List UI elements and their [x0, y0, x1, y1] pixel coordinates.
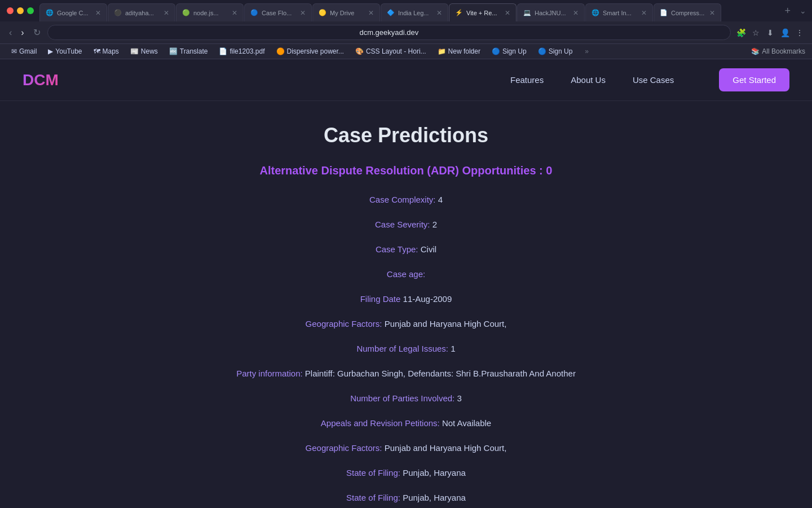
tab-overflow-button[interactable]: ⌄	[796, 6, 810, 15]
tab-indialeg[interactable]: 🔷 India Leg... ✕	[381, 3, 448, 21]
field-value-appeals: Not Available	[442, 418, 491, 428]
tabs-container: 🌐 Google C... ✕ ⚫ adityaha... ✕ 🟢 node.j…	[39, 0, 779, 21]
tab-smartinc[interactable]: 🌐 Smart In... ✕	[585, 3, 653, 21]
get-started-button[interactable]: Get Started	[719, 68, 789, 91]
menu-icon[interactable]: ⋮	[794, 27, 805, 38]
bookmark-gmail[interactable]: ✉ Gmail	[7, 46, 41, 56]
nav-features[interactable]: Features	[510, 75, 544, 85]
bookmark-label: New folder	[448, 47, 480, 55]
tab-caseflow[interactable]: 🔵 Case Flo... ✕	[244, 3, 312, 21]
bookmark-newfolder[interactable]: 📁 New folder	[433, 46, 485, 56]
tab-title: Compress...	[671, 10, 706, 16]
bookmark-label: Dispersive power...	[287, 47, 344, 55]
tab-hackjnu[interactable]: 💻 HackJNU... ✕	[517, 3, 585, 21]
field-label: State of Filing:	[346, 493, 400, 502]
tab-close-icon[interactable]: ✕	[436, 9, 442, 17]
forward-button[interactable]: ›	[19, 25, 26, 40]
address-input[interactable]	[47, 25, 731, 40]
bookmark-signup2[interactable]: 🔵 Sign Up	[533, 46, 577, 56]
nav-usecases[interactable]: Use Cases	[633, 75, 674, 85]
minimize-button[interactable]	[17, 7, 24, 14]
tab-vite[interactable]: ⚡ Vite + Re... ✕	[449, 3, 517, 21]
field-label: Number of Legal Issues:	[356, 344, 448, 353]
bookmark-translate[interactable]: 🔤 Translate	[165, 46, 213, 56]
tab-close-icon[interactable]: ✕	[709, 9, 715, 17]
bookmark-news[interactable]: 📰 News	[126, 46, 162, 56]
field-label: Case Type:	[376, 244, 418, 254]
field-label: Case age:	[387, 269, 425, 279]
bookmark-label: Sign Up	[549, 47, 573, 55]
youtube-icon: ▶	[48, 47, 53, 55]
tab-close-icon[interactable]: ✕	[164, 9, 169, 17]
extensions-icon[interactable]: 🧩	[735, 27, 747, 38]
tab-favicon: 🔷	[387, 9, 395, 17]
bookmark-signup1[interactable]: 🔵 Sign Up	[487, 46, 531, 56]
tab-title: adityaha...	[125, 10, 160, 16]
traffic-lights	[2, 7, 38, 14]
field-geo2: Geographic Factors: Punjab and Haryana H…	[164, 441, 648, 455]
field-label: Appeals and Revision Petitions:	[321, 418, 440, 428]
site-logo: DCM	[23, 71, 59, 89]
field-type: Case Type: Civil	[164, 243, 648, 256]
profile-icon[interactable]: 👤	[779, 27, 791, 38]
tab-google[interactable]: 🌐 Google C... ✕	[39, 3, 107, 21]
site-nav: DCM Features About Us Use Cases Get Star…	[0, 59, 812, 101]
dispersive-icon: 🟠	[276, 47, 285, 55]
tab-close-icon[interactable]: ✕	[641, 9, 647, 17]
tab-close-icon[interactable]: ✕	[573, 9, 579, 17]
site-nav-links: Features About Us Use Cases	[510, 75, 674, 85]
tab-title: HackJNU...	[535, 10, 570, 16]
tab-favicon: ⚡	[455, 9, 463, 17]
field-label: Case Severity:	[375, 220, 430, 229]
download-icon[interactable]: ⬇	[765, 27, 776, 38]
field-legal-issues1: Number of Legal Issues: 1	[164, 342, 648, 356]
bookmark-dispersive[interactable]: 🟠 Dispersive power...	[272, 46, 348, 56]
close-button[interactable]	[7, 7, 14, 14]
star-icon[interactable]: ☆	[750, 27, 761, 38]
field-value: 4	[438, 195, 443, 204]
field-severity: Case Severity: 2	[164, 218, 648, 231]
field-value-state2: Punjab, Haryana	[403, 493, 466, 502]
tab-title: My Drive	[330, 10, 365, 16]
bookmark-label: CSS Layout - Hori...	[366, 47, 426, 55]
adr-heading: Alternative Dispute Resolution (ADR) Opp…	[164, 164, 648, 177]
bookmark-label: News	[141, 47, 158, 55]
all-bookmarks[interactable]: 📚 All Bookmarks	[751, 47, 805, 55]
bookmarks-bar: ✉ Gmail ▶ YouTube 🗺 Maps 📰 News 🔤 Transl…	[0, 44, 812, 59]
field-state2: State of Filing: Punjab, Haryana	[164, 491, 648, 505]
bookmark-file1203[interactable]: 📄 file1203.pdf	[214, 46, 269, 56]
tab-close-icon[interactable]: ✕	[368, 9, 374, 17]
field-age: Case age:	[164, 268, 648, 281]
address-bar-row: ‹ › ↻ 🧩 ☆ ⬇ 👤 ⋮	[0, 21, 812, 44]
tab-compress[interactable]: 📄 Compress... ✕	[654, 3, 721, 21]
field-filing-date: Filing Date 11-Aug-2009	[164, 292, 648, 306]
maximize-button[interactable]	[27, 7, 34, 14]
tab-favicon: 🌐	[592, 9, 599, 17]
back-button[interactable]: ‹	[7, 25, 14, 40]
tab-mydrive[interactable]: 🟡 My Drive ✕	[312, 3, 380, 21]
field-label: State of Filing:	[346, 468, 400, 478]
bookmark-maps[interactable]: 🗺 Maps	[89, 46, 123, 56]
tab-favicon: 🟡	[319, 9, 326, 17]
bookmarks-overflow-icon[interactable]: »	[581, 46, 592, 56]
translate-icon: 🔤	[169, 47, 178, 55]
field-label: Geographic Factors:	[306, 443, 382, 453]
tab-close-icon[interactable]: ✕	[300, 9, 306, 17]
tab-close-icon[interactable]: ✕	[95, 9, 101, 17]
nav-about[interactable]: About Us	[571, 75, 606, 85]
bookmark-csslayout[interactable]: 🎨 CSS Layout - Hori...	[351, 46, 431, 56]
bookmark-youtube[interactable]: ▶ YouTube	[43, 46, 86, 56]
bookmarks-folder-icon: 📚	[751, 47, 760, 55]
tab-github[interactable]: ⚫ adityaha... ✕	[108, 3, 175, 21]
new-tab-button[interactable]: +	[780, 5, 795, 17]
tab-close-icon[interactable]: ✕	[505, 9, 510, 17]
reload-button[interactable]: ↻	[31, 25, 43, 40]
bookmark-label: Sign Up	[502, 47, 527, 55]
field-appeals: Appeals and Revision Petitions: Not Avai…	[164, 417, 648, 430]
tab-favicon: ⚫	[114, 9, 122, 17]
bookmark-label: YouTube	[55, 47, 82, 55]
tab-close-icon[interactable]: ✕	[232, 9, 237, 17]
tab-nodejs[interactable]: 🟢 node.js... ✕	[176, 3, 244, 21]
field-label: Geographic Factors:	[306, 319, 382, 329]
tab-bar: 🌐 Google C... ✕ ⚫ adityaha... ✕ 🟢 node.j…	[0, 0, 812, 21]
